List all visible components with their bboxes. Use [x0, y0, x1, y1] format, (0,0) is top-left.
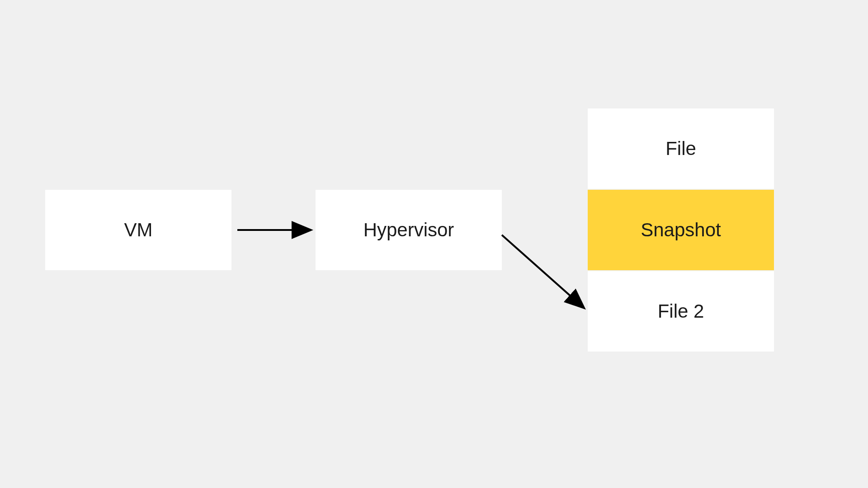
node-file: File [588, 108, 774, 189]
node-file-label: File [665, 138, 696, 160]
node-vm: VM [45, 190, 231, 270]
node-hypervisor: Hypervisor [316, 190, 502, 270]
node-file2: File 2 [588, 271, 774, 352]
arrow-hypervisor-to-file2 [502, 235, 583, 307]
node-hypervisor-label: Hypervisor [363, 219, 454, 241]
node-snapshot: Snapshot [588, 190, 774, 270]
node-file2-label: File 2 [658, 300, 704, 322]
node-snapshot-label: Snapshot [641, 219, 721, 241]
node-vm-label: VM [124, 219, 153, 241]
